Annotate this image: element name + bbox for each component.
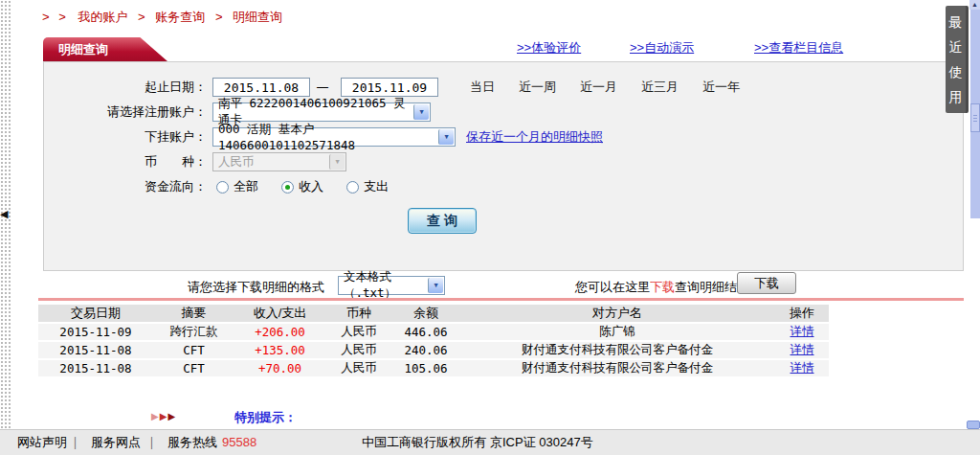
col-header-amount: 收入/支出	[234, 305, 325, 322]
breadcrumb-account-query[interactable]: 账务查询	[155, 10, 205, 24]
register-account-row: 请选择注册账户： 南平 6222001406100921065 灵通卡 ▼	[44, 102, 963, 123]
cell-currency: 人民币	[325, 324, 392, 340]
radio-icon[interactable]	[216, 181, 229, 193]
end-date-input[interactable]	[341, 78, 438, 97]
register-account-select[interactable]: 南平 6222001406100921065 灵通卡 ▼	[212, 102, 431, 122]
cell-counterparty: 财付通支付科技有限公司客户备付金	[459, 342, 775, 358]
table-header-row: 交易日期 摘要 收入/支出 币种 余额 对方户名 操作	[38, 305, 829, 322]
icbc-detail-query-page: ◀ > > 我的账户 > 账务查询 > 明细查询 >>体验评价 >>自动演示 >…	[0, 0, 980, 455]
download-format-label: 请您选择下载明细的格式	[188, 279, 324, 296]
download-format-select[interactable]: 文本格式（.txt） ▼	[338, 276, 445, 295]
dropdown-arrow-icon: ▼	[438, 129, 454, 145]
breadcrumb-detail-query[interactable]: 明细查询	[233, 10, 282, 24]
flow-radio-all-label: 全部	[234, 178, 258, 195]
breadcrumb-separator: >	[215, 10, 223, 24]
save-snapshot-link[interactable]: 保存近一个月的明细快照	[466, 128, 603, 146]
cell-summary: CFT	[153, 342, 234, 358]
flow-radio-all[interactable]: 全部	[216, 178, 258, 195]
start-date-input[interactable]	[212, 78, 310, 97]
cell-amount: +206.00	[234, 324, 325, 340]
quick-range-year[interactable]: 近一年	[702, 79, 740, 96]
breadcrumb-prefix: > >	[42, 10, 69, 24]
cell-currency: 人民币	[325, 342, 392, 358]
cell-balance: 446.06	[392, 324, 459, 340]
cell-counterparty: 财付通支付科技有限公司客户备付金	[459, 360, 775, 376]
breadcrumb-my-account[interactable]: 我的账户	[78, 10, 127, 24]
sub-account-label: 下挂账户：	[44, 128, 207, 146]
col-header-summary: 摘要	[153, 305, 234, 322]
footer-icp-license: 京ICP证 030247号	[490, 430, 593, 455]
transactions-table: 交易日期 摘要 收入/支出 币种 余额 对方户名 操作 2015-11-09 跨…	[38, 303, 829, 378]
dropdown-arrow-icon: ▼	[428, 278, 443, 293]
cell-date: 2015-11-08	[38, 342, 153, 358]
link-experience-rating[interactable]: >>体验评价	[517, 39, 581, 57]
special-notice-label: 特别提示：	[234, 409, 297, 426]
breadcrumb: > > 我的账户 > 账务查询 > 明细查询	[42, 9, 282, 26]
cell-summary: CFT	[153, 360, 234, 376]
footer-hotline-number: 95588	[222, 430, 256, 455]
col-header-date: 交易日期	[38, 305, 153, 322]
flow-radio-income-label: 收入	[299, 178, 323, 195]
cell-balance: 105.06	[392, 360, 459, 376]
detail-link[interactable]: 详情	[791, 343, 814, 356]
currency-value: 人民币	[218, 154, 255, 171]
radio-icon[interactable]	[346, 181, 359, 193]
col-header-currency: 币种	[325, 305, 392, 322]
download-format-value: 文本格式（.txt）	[344, 269, 423, 302]
sub-account-select[interactable]: 000 活期 基本户 1406600101102571848 ▼	[212, 127, 456, 147]
col-header-balance: 余额	[392, 305, 459, 322]
detail-link[interactable]: 详情	[791, 325, 814, 338]
notice-arrow-icon: ▶	[167, 411, 176, 421]
table-row: 2015-11-09 跨行汇款 +206.00 人民币 446.06 陈广锦 详…	[38, 324, 829, 340]
quick-range-quarter[interactable]: 近三月	[641, 79, 679, 96]
download-hint: 您可以在这里下载查询明细结果	[575, 279, 749, 296]
dropdown-arrow-icon: ▼	[413, 104, 429, 120]
col-header-counterparty: 对方户名	[459, 305, 775, 322]
footer-separator: ｜	[145, 430, 158, 455]
fund-flow-label: 资金流向：	[44, 178, 207, 195]
currency-row: 币 种： 人民币 ▼	[44, 151, 963, 172]
query-button[interactable]: 查 询	[408, 208, 477, 234]
flow-radio-expense[interactable]: 支出	[346, 178, 389, 195]
footer-copyright: 中国工商银行版权所有	[362, 430, 486, 455]
sidebar-collapse-arrow-icon[interactable]: ◀	[0, 208, 8, 220]
sub-account-row: 下挂账户： 000 活期 基本户 1406600101102571848 ▼ 保…	[44, 126, 963, 148]
date-dash: —	[317, 80, 328, 94]
flow-radio-expense-label: 支出	[364, 178, 389, 195]
recently-used-tab[interactable]: 最近使用	[946, 6, 969, 113]
link-auto-demo[interactable]: >>自动演示	[630, 39, 694, 57]
link-view-column-info[interactable]: >>查看栏目信息	[754, 39, 843, 57]
detail-link[interactable]: 详情	[791, 361, 814, 375]
scrollbar-grip-icon	[973, 115, 977, 123]
download-button[interactable]: 下载	[737, 272, 796, 294]
footer-link-service-branches[interactable]: 服务网点	[91, 430, 141, 455]
footer-separator: ｜	[69, 430, 81, 455]
scroll-up-arrow-icon[interactable]: ▲	[969, 0, 980, 10]
cell-summary: 跨行汇款	[153, 324, 234, 340]
cell-currency: 人民币	[325, 360, 392, 376]
footer-link-site-statement[interactable]: 网站声明	[17, 430, 67, 455]
quick-range-month[interactable]: 近一月	[580, 79, 617, 96]
breadcrumb-separator: >	[138, 10, 145, 24]
currency-label: 币 种：	[44, 153, 207, 171]
scrollbar-thumb[interactable]	[970, 103, 980, 132]
footer-hotline-label: 服务热线	[167, 430, 217, 455]
cell-amount: +135.00	[234, 342, 325, 358]
radio-icon[interactable]	[281, 181, 294, 193]
cell-action: 详情	[775, 342, 829, 358]
download-hint-red: 下载	[650, 280, 675, 294]
quick-range-week[interactable]: 近一周	[519, 79, 556, 96]
notice-arrows: ▶▶▶	[151, 411, 176, 421]
cell-action: 详情	[775, 324, 829, 340]
bottom-right-widget[interactable]	[967, 421, 980, 429]
tab-detail-query[interactable]: 明细查询	[43, 37, 167, 61]
fund-flow-row: 资金流向： 全部 收入 支出	[44, 176, 963, 197]
col-header-action: 操作	[775, 305, 829, 322]
download-hint-before: 您可以在这里	[575, 280, 650, 294]
table-row: 2015-11-08 CFT +135.00 人民币 240.06 财付通支付科…	[38, 342, 829, 358]
flow-radio-income[interactable]: 收入	[281, 178, 323, 195]
quick-range-today[interactable]: 当日	[470, 79, 495, 96]
tab-title: 明细查询	[58, 42, 108, 57]
cell-action: 详情	[775, 360, 829, 376]
cell-date: 2015-11-09	[38, 324, 153, 340]
